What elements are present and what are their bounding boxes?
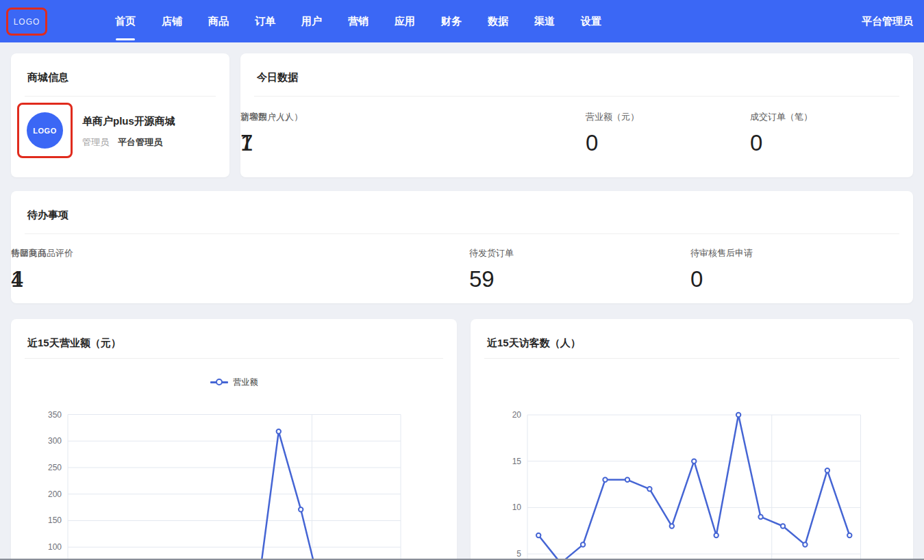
nav-item-data[interactable]: 数据 <box>488 0 508 42</box>
visitors-chart-card: 近15天访客数（人） 20151050 <box>471 319 913 560</box>
mall-role-label: 管理员 <box>82 136 109 149</box>
stat-turnover: 营业额（元） 0 <box>586 111 639 156</box>
nav-item-channels[interactable]: 渠道 <box>534 0 555 42</box>
stat-orders: 成交订单（笔） 0 <box>750 111 812 156</box>
svg-text:10: 10 <box>512 502 522 512</box>
svg-text:150: 150 <box>48 516 62 525</box>
top-navbar: LOGO 首页 店铺 商品 订单 用户 营销 应用 财务 数据 渠道 设置 平台… <box>0 0 924 42</box>
mall-info-title: 商城信息 <box>27 71 68 84</box>
mall-name: 单商户plus开源商城 <box>82 115 175 128</box>
stat-pending-aftersales: 待审核售后申请 0 <box>690 247 753 292</box>
divider <box>25 233 899 234</box>
stat-label: 待发货订单 <box>469 247 514 259</box>
visitors-line-chart: 20151050 <box>471 319 913 560</box>
stat-value: 1 <box>240 130 303 156</box>
stat-label: 待审核售后申请 <box>690 247 753 259</box>
mall-role-value: 平台管理员 <box>118 136 162 149</box>
logo-text: LOGO <box>14 17 40 27</box>
stat-label: 成交订单（笔） <box>750 111 812 123</box>
stat-value: 0 <box>690 266 753 292</box>
today-data-title: 今日数据 <box>257 71 298 84</box>
todo-title: 待办事项 <box>27 209 68 222</box>
stat-label: 营业额（元） <box>586 111 639 123</box>
svg-text:100: 100 <box>48 542 62 552</box>
stat-label: 新增用户（人） <box>240 111 303 123</box>
turnover-chart-card: 近15天营业额（元） 营业额 350300250200150100500 <box>11 319 457 560</box>
svg-text:5: 5 <box>516 549 521 559</box>
nav-user-menu[interactable]: 平台管理员 <box>862 0 913 42</box>
nav-item-users[interactable]: 用户 <box>301 0 322 42</box>
stat-label: 售罄商品 <box>11 247 47 259</box>
nav-item-shop[interactable]: 店铺 <box>162 0 182 42</box>
turnover-line-chart: 350300250200150100500 <box>11 319 457 560</box>
nav-item-orders[interactable]: 订单 <box>255 0 275 42</box>
nav-item-finance[interactable]: 财务 <box>441 0 462 42</box>
svg-text:15: 15 <box>512 457 522 466</box>
svg-text:300: 300 <box>48 436 62 446</box>
stat-value: 1 <box>11 266 47 292</box>
nav-item-marketing[interactable]: 营销 <box>348 0 369 42</box>
svg-text:20: 20 <box>512 410 522 420</box>
mall-info-card: 商城信息 LOGO 单商户plus开源商城 管理员 平台管理员 <box>11 53 229 177</box>
svg-text:250: 250 <box>48 463 62 472</box>
stat-value: 0 <box>750 130 812 156</box>
nav-item-settings[interactable]: 设置 <box>581 0 601 42</box>
stat-pending-shipments: 待发货订单 59 <box>469 247 514 292</box>
nav-item-goods[interactable]: 商品 <box>208 0 229 42</box>
annotation-box-logo: LOGO <box>6 8 47 36</box>
stat-value: 0 <box>586 130 639 156</box>
divider <box>25 96 216 97</box>
today-data-card: 今日数据 营业额（元） 0 成交订单（笔） 0 访客数（人） 7 新增用户（人）… <box>240 53 913 177</box>
nav-item-apps[interactable]: 应用 <box>395 0 415 42</box>
svg-text:200: 200 <box>48 489 62 499</box>
stat-soldout-goods: 售罄商品 1 <box>11 247 47 292</box>
svg-text:350: 350 <box>48 410 62 420</box>
avatar-logo-text: LOGO <box>33 127 56 135</box>
todo-card: 待办事项 待发货订单 59 待审核售后申请 0 待回复商品评价 4 售罄商品 1 <box>11 191 913 303</box>
annotation-box-avatar: LOGO <box>17 103 73 158</box>
mall-logo-avatar: LOGO <box>27 112 63 149</box>
stat-new-users: 新增用户（人） 1 <box>240 111 303 156</box>
nav-item-home[interactable]: 首页 <box>115 0 136 42</box>
divider <box>254 96 899 97</box>
nav-menu: 首页 店铺 商品 订单 用户 营销 应用 财务 数据 渠道 设置 <box>115 0 601 42</box>
stat-value: 59 <box>469 266 514 292</box>
